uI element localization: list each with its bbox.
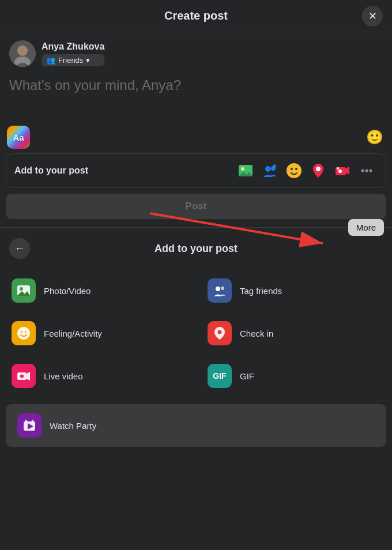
svg-point-19 [337, 167, 339, 169]
svg-point-24 [20, 287, 23, 291]
svg-point-31 [218, 330, 222, 334]
post-button[interactable]: Post [6, 194, 386, 219]
composer-toolbar: Aa 🙂 [0, 121, 392, 153]
svg-point-30 [25, 331, 27, 333]
svg-point-35 [18, 373, 20, 375]
avatar [9, 40, 36, 67]
emoji-picker-button[interactable]: 🙂 [364, 127, 385, 148]
live-video-icon-button[interactable] [331, 160, 353, 182]
gif-menu-icon: GIF [208, 364, 232, 388]
menu-item-watch-party[interactable]: Watch Party [6, 404, 386, 447]
more-tooltip: More [348, 219, 384, 236]
audience-selector[interactable]: 👥 Friends ▾ [42, 54, 104, 66]
section-divider [0, 227, 392, 228]
modal-title: Create post [164, 9, 228, 22]
svg-marker-18 [346, 167, 349, 175]
feeling-label: Feeling/Activity [44, 329, 102, 338]
gif-label: GIF [240, 371, 254, 381]
section-title: Add to your post [39, 243, 353, 255]
photo-video-label: Photo/Video [44, 286, 91, 296]
photo-video-menu-icon [12, 278, 36, 303]
svg-point-28 [17, 327, 30, 340]
tag-friends-label: Tag friends [240, 286, 282, 296]
checkin-label: Check in [240, 329, 273, 338]
svg-point-27 [221, 287, 224, 290]
user-info: Anya Zhukova 👥 Friends ▾ [42, 42, 104, 66]
font-style-button[interactable]: Aa [7, 126, 30, 149]
photo-video-icon-button[interactable] [235, 160, 257, 182]
svg-point-7 [241, 167, 244, 171]
modal-header: Create post ✕ [0, 0, 392, 32]
svg-point-12 [287, 163, 301, 178]
tag-friends-menu-icon [208, 278, 232, 303]
svg-point-20 [361, 169, 364, 172]
composer-placeholder: What's on your mind, Anya? [9, 77, 181, 93]
more-dots-button[interactable] [356, 160, 378, 182]
svg-point-9 [265, 166, 271, 172]
back-button[interactable]: ← [9, 238, 30, 259]
svg-point-26 [216, 287, 220, 291]
svg-point-33 [20, 375, 24, 378]
tag-friends-icon-button[interactable] [259, 160, 281, 182]
post-icon-row [235, 160, 378, 182]
live-menu-icon [12, 364, 36, 388]
svg-rect-38 [25, 420, 27, 423]
svg-point-29 [21, 331, 22, 333]
user-name: Anya Zhukova [42, 42, 104, 52]
menu-grid: Photo/Video Tag friends Feeling/Activity [0, 265, 392, 402]
svg-point-17 [338, 169, 342, 173]
audience-label: Friends [58, 56, 83, 65]
svg-point-21 [365, 169, 368, 172]
add-to-post-bar: Add to your post [6, 153, 386, 188]
watch-party-label: Watch Party [50, 421, 96, 431]
svg-point-13 [291, 168, 293, 170]
svg-point-14 [295, 168, 297, 170]
svg-point-22 [370, 169, 372, 172]
menu-item-live-video[interactable]: Live video [0, 355, 196, 397]
menu-item-gif[interactable]: GIF GIF [196, 355, 392, 397]
user-section: Anya Zhukova 👥 Friends ▾ [0, 32, 392, 75]
close-button[interactable]: ✕ [362, 6, 383, 27]
location-icon-button[interactable] [307, 160, 329, 182]
svg-marker-34 [27, 372, 30, 381]
svg-point-3 [18, 46, 27, 55]
friends-icon: 👥 [46, 56, 55, 65]
watch-party-menu-icon [17, 413, 42, 438]
svg-point-11 [273, 164, 276, 168]
feeling-menu-icon [12, 321, 36, 345]
dropdown-icon: ▾ [86, 56, 90, 65]
add-to-post-section-header: ← Add to your post [0, 230, 392, 265]
post-text-area[interactable]: What's on your mind, Anya? [0, 75, 392, 121]
live-video-label: Live video [44, 371, 83, 381]
checkin-menu-icon [208, 321, 232, 345]
menu-item-checkin[interactable]: Check in [196, 312, 392, 355]
menu-item-tag-friends[interactable]: Tag friends [196, 269, 392, 312]
menu-item-feeling[interactable]: Feeling/Activity [0, 312, 196, 355]
svg-point-15 [316, 167, 321, 171]
svg-rect-39 [32, 420, 33, 423]
feeling-icon-button[interactable] [283, 160, 305, 182]
menu-item-photo-video[interactable]: Photo/Video [0, 269, 196, 312]
add-to-post-label: Add to your post [14, 165, 88, 176]
